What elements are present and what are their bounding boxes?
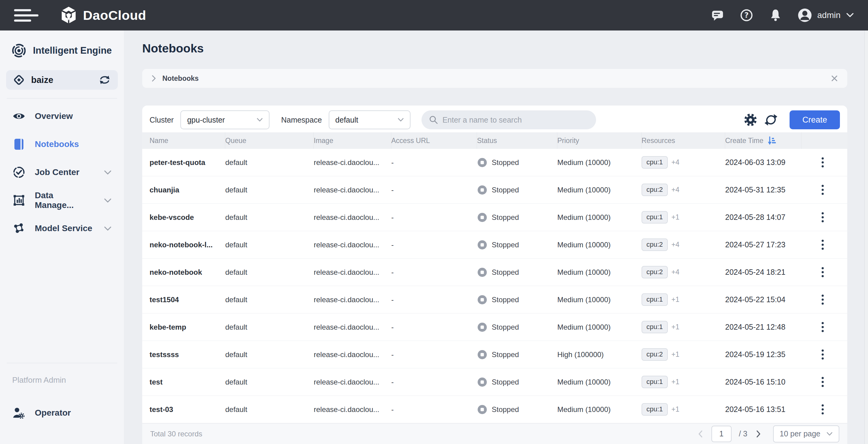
table-row[interactable]: test-03 default release-ci.daoclou... - … [142,396,847,423]
chat-icon[interactable] [711,9,724,22]
table-row[interactable]: peter-test-quota default release-ci.daoc… [142,149,847,176]
page-number-input[interactable] [711,426,732,442]
kebab-menu-icon[interactable] [818,238,827,251]
user-menu[interactable]: admin [798,8,854,22]
kebab-menu-icon[interactable] [818,293,827,306]
status-cell: Stopped [477,377,557,387]
page-scrollbar[interactable] [864,31,868,444]
status-cell: Stopped [477,267,557,277]
status-label: Stopped [492,158,519,167]
table-row[interactable]: chuanjia default release-ci.daoclou... -… [142,176,847,204]
pagination: / 3 10 per page [697,425,839,442]
create-time-cell: 2024-05-31 12:35 [725,185,802,194]
status-cell: Stopped [477,185,557,195]
access-url-cell: - [391,323,477,332]
sidebar-item-job-center[interactable]: Job Center [6,158,118,186]
namespace-select[interactable]: default [329,110,410,129]
sidebar-item-label: Model Service [35,224,92,233]
total-records: Total 30 records [150,430,203,438]
notebook-name[interactable]: peter-test-quota [142,158,225,167]
column-header-queue: Queue [225,132,314,149]
refresh-icon[interactable] [764,113,778,127]
table-row[interactable]: testssss default release-ci.daoclou... -… [142,341,847,368]
table-row[interactable]: kebe-temp default release-ci.daoclou... … [142,313,847,341]
model-service-icon [12,222,26,235]
workspace-selector[interactable]: baize [6,70,118,90]
help-icon[interactable]: ? [740,8,753,22]
hamburger-menu-icon[interactable] [14,9,38,22]
notifications-bell-icon[interactable] [769,8,782,22]
kebab-menu-icon[interactable] [818,265,827,279]
status-cell: Stopped [477,322,557,332]
table-row[interactable]: test default release-ci.daoclou... - Sto… [142,368,847,396]
kebab-menu-icon[interactable] [818,183,827,197]
operator-icon [12,407,26,419]
table-row[interactable]: test1504 default release-ci.daoclou... -… [142,286,847,313]
chevron-down-icon [827,432,833,436]
create-time-cell: 2024-05-16 15:10 [725,378,802,386]
table-row[interactable]: neko-notebook default release-ci.daoclou… [142,259,847,286]
notebook-name[interactable]: test-03 [142,405,225,414]
notebook-name[interactable]: chuanjia [142,186,225,194]
sidebar-item-notebooks[interactable]: Notebooks [6,130,118,158]
status-label: Stopped [492,296,519,304]
table-row[interactable]: neko-notebook-l... default release-ci.da… [142,231,847,259]
access-url-cell: - [391,350,477,359]
queue-cell: default [225,268,314,277]
image-cell: release-ci.daoclou... [314,296,391,304]
top-navbar: DaoCloud ? admin [0,0,868,31]
queue-cell: default [225,158,314,167]
priority-cell: Medium (10000) [557,158,642,167]
sidebar-item-operator[interactable]: Operator [6,399,118,427]
status-label: Stopped [492,378,519,386]
gear-icon[interactable] [744,113,757,127]
kebab-menu-icon[interactable] [818,403,827,416]
actions-cell [802,238,847,251]
notebook-name[interactable]: kebe-temp [142,323,225,332]
kebab-menu-icon[interactable] [818,375,827,389]
notebook-name[interactable]: testssss [142,350,225,359]
resource-tag: cpu:2 [642,238,668,251]
sort-descending-icon[interactable] [768,136,777,145]
image-cell: release-ci.daoclou... [314,213,391,222]
actions-cell [802,156,847,169]
column-header-create-time[interactable]: Create Time [725,132,802,149]
notebook-name[interactable]: test1504 [142,296,225,304]
previous-page-icon[interactable] [697,430,704,438]
resource-tag: cpu:1 [642,211,668,223]
resources-cell: cpu:2 +4 [642,266,725,278]
table-row[interactable]: kebe-vscode default release-ci.daoclou..… [142,204,847,231]
breadcrumb-item[interactable]: Notebooks [162,74,199,83]
namespace-value: default [335,115,394,125]
sidebar-item-model-service[interactable]: Model Service [6,214,118,242]
status-cell: Stopped [477,349,557,360]
kebab-menu-icon[interactable] [818,320,827,334]
notebook-name[interactable]: neko-notebook [142,268,225,277]
stopped-icon [477,404,488,415]
page-size-select[interactable]: 10 per page [773,425,839,442]
sidebar-item-data-management[interactable]: Data Manage... [6,186,118,214]
notebook-name[interactable]: test [142,378,225,386]
queue-cell: default [225,296,314,304]
table-body: peter-test-quota default release-ci.daoc… [142,149,847,423]
page-size-value: 10 per page [780,430,820,438]
notebook-name[interactable]: kebe-vscode [142,213,225,222]
image-cell: release-ci.daoclou... [314,323,391,332]
queue-cell: default [225,405,314,414]
resource-extra-count: +4 [672,186,679,194]
sidebar-item-overview[interactable]: Overview [6,102,118,130]
cluster-select[interactable]: gpu-cluster [180,110,270,129]
close-icon[interactable] [831,75,838,82]
kebab-menu-icon[interactable] [818,348,827,361]
kebab-menu-icon[interactable] [818,210,827,224]
resources-cell: cpu:2 +4 [642,238,725,251]
search-input[interactable] [442,115,589,125]
daocloud-logo: DaoCloud [60,6,146,24]
notebook-name[interactable]: neko-notebook-l... [142,241,225,249]
status-label: Stopped [492,405,519,414]
kebab-menu-icon[interactable] [818,156,827,169]
product-header: Intelligent Engine [6,43,118,58]
next-page-icon[interactable] [755,430,762,438]
create-button[interactable]: Create [789,110,840,129]
switch-workspace-icon[interactable] [99,75,111,85]
